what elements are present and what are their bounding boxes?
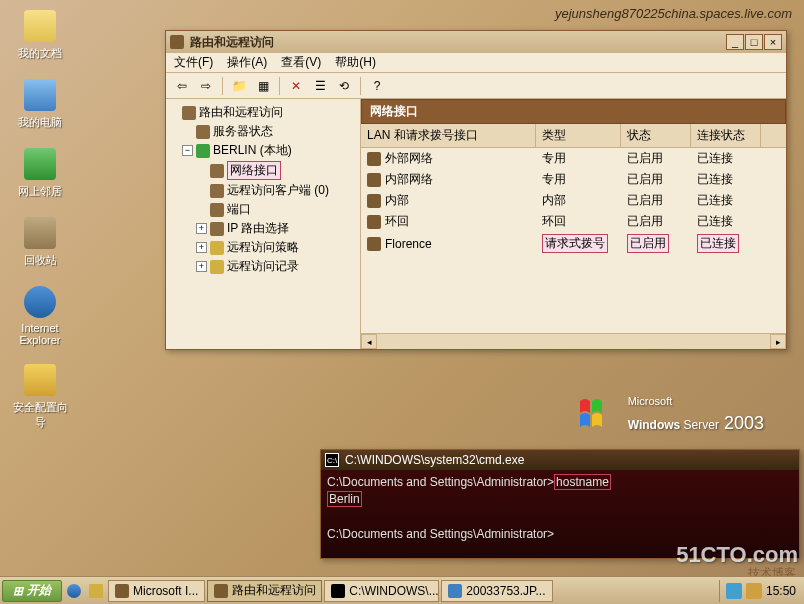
system-tray: 15:50 [719, 580, 802, 602]
tray-icon[interactable] [726, 583, 742, 599]
internet-explorer-icon[interactable]: Internet Explorer [10, 286, 70, 346]
tree-ras-log[interactable]: +远程访问记录 [168, 257, 358, 276]
menu-help[interactable]: 帮助(H) [335, 54, 376, 71]
network-icon [24, 148, 56, 180]
desktop-icons: 我的文档 我的电脑 网上邻居 回收站 Internet Explorer 安全配… [10, 10, 70, 430]
col-type[interactable]: 类型 [536, 124, 621, 147]
list-row[interactable]: 环回环回已启用已连接 [361, 211, 786, 232]
desktop-icon [89, 584, 103, 598]
col-conn[interactable]: 连接状态 [691, 124, 761, 147]
start-flag-icon: ⊞ [13, 584, 23, 598]
interface-icon [367, 173, 381, 187]
delete-button[interactable]: ✕ [286, 76, 306, 96]
list-row-florence[interactable]: Florence请求式拨号已启用已连接 [361, 232, 786, 255]
list-pane: 网络接口 LAN 和请求拨号接口 类型 状态 连接状态 外部网络专用已启用已连接… [361, 99, 786, 349]
refresh-button[interactable]: ⟲ [334, 76, 354, 96]
task-rras[interactable]: 路由和远程访问 [207, 580, 322, 602]
app-icon [214, 584, 228, 598]
list-row[interactable]: 内部内部已启用已连接 [361, 190, 786, 211]
start-button[interactable]: ⊞开始 [2, 580, 62, 602]
folder-icon [24, 10, 56, 42]
titlebar[interactable]: 路由和远程访问 _ □ × [166, 31, 786, 53]
cmd-hostname-output: Berlin [327, 491, 362, 507]
windows-logo-icon [578, 395, 618, 435]
cmd-titlebar[interactable]: C:\ C:\WINDOWS\system32\cmd.exe [321, 450, 799, 470]
security-config-wizard-icon[interactable]: 安全配置向导 [10, 364, 70, 430]
scroll-right-button[interactable]: ▸ [770, 334, 786, 349]
tree-server-status[interactable]: 服务器状态 [168, 122, 358, 141]
quicklaunch-ie[interactable] [64, 581, 84, 601]
task-ms-internet[interactable]: Microsoft I... [108, 580, 205, 602]
app-icon [115, 584, 129, 598]
computer-icon [24, 79, 56, 111]
recycle-bin-icon[interactable]: 回收站 [10, 217, 70, 268]
close-button[interactable]: × [764, 34, 782, 50]
cmd-title-text: C:\WINDOWS\system32\cmd.exe [345, 453, 524, 467]
menu-file[interactable]: 文件(F) [174, 54, 213, 71]
ie-icon [67, 584, 81, 598]
horizontal-scrollbar[interactable]: ◂▸ [361, 333, 786, 349]
cmd-icon: C:\ [325, 453, 339, 467]
tree-network-interfaces[interactable]: 网络接口 [168, 160, 358, 181]
task-cmd[interactable]: C:\WINDOWS\... [324, 580, 439, 602]
forward-button[interactable]: ⇨ [196, 76, 216, 96]
watermark-url: yejunsheng870225china.spaces.live.com [555, 6, 792, 21]
interface-icon [367, 237, 381, 251]
back-button[interactable]: ⇦ [172, 76, 192, 96]
menu-action[interactable]: 操作(A) [227, 54, 267, 71]
tree-root[interactable]: 路由和远程访问 [168, 103, 358, 122]
col-interface[interactable]: LAN 和请求拨号接口 [361, 124, 536, 147]
scroll-left-button[interactable]: ◂ [361, 334, 377, 349]
list-row[interactable]: 内部网络专用已启用已连接 [361, 169, 786, 190]
menu-view[interactable]: 查看(V) [281, 54, 321, 71]
list-header: LAN 和请求拨号接口 类型 状态 连接状态 [361, 124, 786, 148]
task-image[interactable]: 20033753.JP... [441, 580, 552, 602]
properties-button[interactable]: ☰ [310, 76, 330, 96]
my-computer-icon[interactable]: 我的电脑 [10, 79, 70, 130]
app-icon [170, 35, 184, 49]
taskbar: ⊞开始 Microsoft I... 路由和远程访问 C:\WINDOWS\..… [0, 576, 804, 604]
tree-ports[interactable]: 端口 [168, 200, 358, 219]
menubar: 文件(F) 操作(A) 查看(V) 帮助(H) [166, 53, 786, 73]
ie-icon [24, 286, 56, 318]
maximize-button[interactable]: □ [745, 34, 763, 50]
my-documents-icon[interactable]: 我的文档 [10, 10, 70, 61]
show-hide-button[interactable]: ▦ [253, 76, 273, 96]
tree-ip-routing[interactable]: +IP 路由选择 [168, 219, 358, 238]
shield-icon [24, 364, 56, 396]
interface-icon [367, 152, 381, 166]
help-button[interactable]: ? [367, 76, 387, 96]
interface-icon [367, 215, 381, 229]
list-row[interactable]: 外部网络专用已启用已连接 [361, 148, 786, 169]
list-body[interactable]: 外部网络专用已启用已连接 内部网络专用已启用已连接 内部内部已启用已连接 环回环… [361, 148, 786, 333]
minimize-button[interactable]: _ [726, 34, 744, 50]
image-icon [448, 584, 462, 598]
up-button[interactable]: 📁 [229, 76, 249, 96]
cmd-hostname-command: hostname [554, 474, 611, 490]
tree-ras-clients[interactable]: 远程访问客户端 (0) [168, 181, 358, 200]
interface-icon [367, 194, 381, 208]
tree-server[interactable]: −BERLIN (本地) [168, 141, 358, 160]
list-caption: 网络接口 [361, 99, 786, 124]
windows-branding: Microsoft Windows Server 2003 [578, 395, 764, 435]
quicklaunch-desktop[interactable] [86, 581, 106, 601]
tree-pane[interactable]: 路由和远程访问 服务器状态 −BERLIN (本地) 网络接口 远程访问客户端 … [166, 99, 361, 349]
trash-icon [24, 217, 56, 249]
clock[interactable]: 15:50 [766, 584, 796, 598]
tray-icon[interactable] [746, 583, 762, 599]
col-status[interactable]: 状态 [621, 124, 691, 147]
rras-window: 路由和远程访问 _ □ × 文件(F) 操作(A) 查看(V) 帮助(H) ⇦ … [165, 30, 787, 350]
window-title: 路由和远程访问 [190, 34, 720, 51]
cmd-icon [331, 584, 345, 598]
toolbar: ⇦ ⇨ 📁 ▦ ✕ ☰ ⟲ ? [166, 73, 786, 99]
tree-ras-policy[interactable]: +远程访问策略 [168, 238, 358, 257]
network-places-icon[interactable]: 网上邻居 [10, 148, 70, 199]
